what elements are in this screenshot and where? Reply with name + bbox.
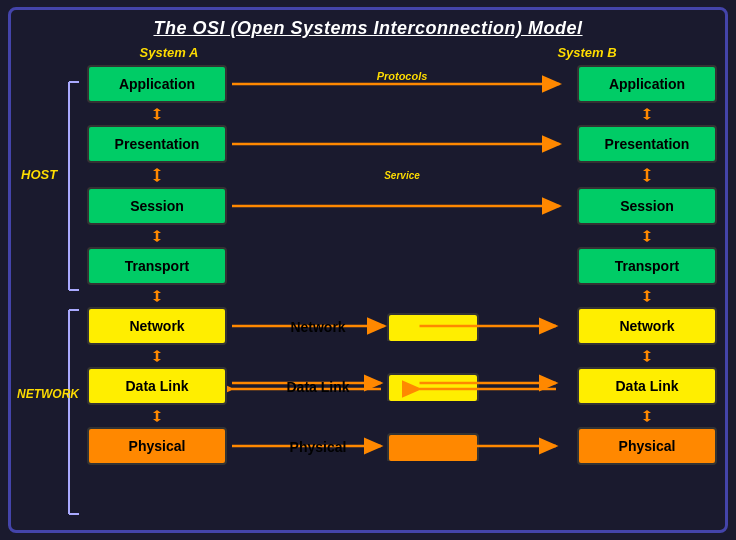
transport-box-left: Transport	[87, 247, 227, 285]
svg-marker-17	[643, 117, 651, 120]
presentation-box-left: Presentation	[87, 125, 227, 163]
network-row: Network Network	[87, 304, 717, 348]
presentation-row: Presentation Presentation	[87, 122, 717, 166]
svg-marker-16	[643, 108, 651, 111]
svg-marker-63	[153, 410, 161, 413]
application-box-left: Application	[87, 65, 227, 103]
svg-rect-56	[388, 374, 478, 401]
physical-box-left: Physical	[87, 427, 227, 465]
host-label: HOST	[21, 167, 57, 182]
session-box-left: Session	[87, 187, 227, 225]
system-b-label: System B	[517, 45, 657, 60]
svg-marker-30	[153, 239, 161, 242]
svg-marker-29	[153, 230, 161, 233]
svg-marker-50	[643, 350, 651, 353]
system-a-label: System A	[99, 45, 239, 60]
network-box-left: Network	[87, 307, 227, 345]
svg-text:Physical: Physical	[290, 439, 347, 455]
svg-marker-38	[643, 290, 651, 293]
transport-box-right: Transport	[577, 247, 717, 285]
presentation-box-right: Presentation	[577, 125, 717, 163]
protocols-label: Protocols	[377, 70, 428, 82]
datalink-box-right: Data Link	[577, 367, 717, 405]
physical-box-right: Physical	[577, 427, 717, 465]
svg-marker-21	[153, 168, 161, 171]
svg-marker-47	[153, 350, 161, 353]
svg-marker-22	[153, 179, 161, 182]
systems-row: System A System B	[19, 45, 717, 60]
diagram-container: The OSI (Open Systems Interconnection) M…	[8, 7, 728, 533]
v-arrows-1	[87, 108, 717, 120]
protocols-arrow: Protocols	[227, 69, 577, 99]
svg-rect-70	[388, 434, 478, 461]
svg-rect-42	[388, 314, 478, 341]
network-box-right: Network	[577, 307, 717, 345]
diagram-title: The OSI (Open Systems Interconnection) M…	[19, 18, 717, 39]
application-row: Application Protocols Application	[87, 62, 717, 106]
svg-text:Data Link: Data Link	[286, 379, 349, 395]
presentation-arrow	[227, 125, 577, 163]
session-row: Session Session	[87, 184, 717, 228]
bracket-svg	[19, 62, 87, 522]
application-box-right: Application	[577, 65, 717, 103]
service-label: Service	[384, 170, 420, 181]
transport-row: Transport Transport	[87, 244, 717, 288]
svg-marker-64	[153, 419, 161, 422]
v-arrows-6	[87, 410, 717, 422]
svg-marker-25	[643, 179, 651, 182]
svg-marker-24	[643, 168, 651, 171]
application-arrow: Protocols	[227, 65, 577, 103]
transport-space	[227, 247, 577, 285]
svg-marker-36	[153, 299, 161, 302]
svg-marker-32	[643, 230, 651, 233]
datalink-row: Data Link	[87, 364, 717, 408]
svg-marker-35	[153, 290, 161, 293]
svg-marker-48	[153, 359, 161, 362]
v-arrows-3	[87, 230, 717, 242]
session-arrow	[227, 187, 577, 225]
svg-marker-51	[643, 359, 651, 362]
v-arrows-4	[87, 290, 717, 302]
svg-marker-67	[643, 419, 651, 422]
physical-row: Physical Physical	[87, 424, 717, 468]
svg-marker-13	[153, 108, 161, 111]
svg-text:Network: Network	[290, 319, 345, 335]
datalink-box-left: Data Link	[87, 367, 227, 405]
svg-marker-14	[153, 117, 161, 120]
session-box-right: Session	[577, 187, 717, 225]
v-arrows-5	[87, 350, 717, 362]
network-label: NETWORK	[17, 387, 79, 401]
svg-marker-33	[643, 239, 651, 242]
svg-marker-66	[643, 410, 651, 413]
svg-marker-39	[643, 299, 651, 302]
v-arrows-2: Service	[87, 168, 717, 182]
